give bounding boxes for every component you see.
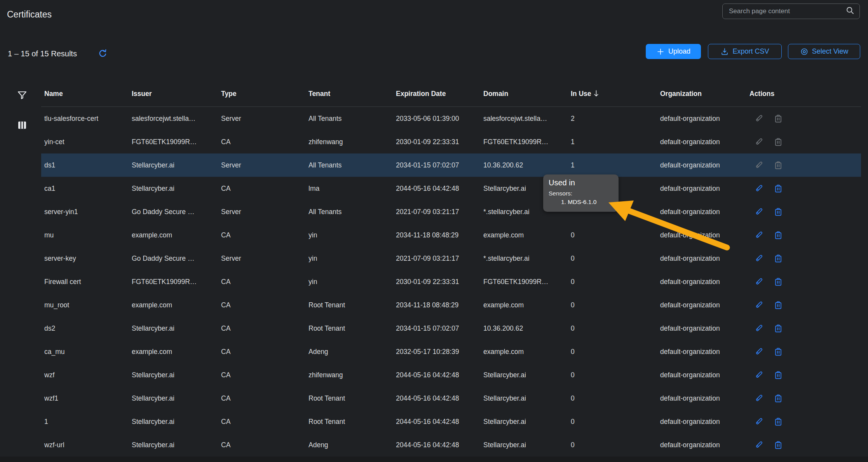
cell-in-use: 0 [571, 293, 575, 317]
table-row[interactable]: tlu-salesforce-cert salesforcejwt.stella… [41, 107, 861, 130]
table-row[interactable]: yin-cet FGT60ETK19099R… CA zhifenwang 20… [41, 130, 861, 153]
cell-issuer: Stellarcyber.ai [132, 410, 174, 433]
cell-name: 1 [44, 410, 48, 433]
table-row[interactable]: server-key Go Daddy Secure … Server yin … [41, 247, 861, 270]
cell-in-use: 0 [571, 387, 575, 410]
cell-tenant: zhifenwang [309, 130, 343, 153]
cell-issuer: Go Daddy Secure … [132, 200, 194, 223]
cell-in-use: 0 [571, 340, 575, 363]
select-view-button-label: Select View [812, 47, 849, 56]
delete-icon[interactable] [773, 440, 783, 450]
delete-icon[interactable] [773, 253, 783, 263]
cell-organization: default-organization [660, 223, 720, 247]
table-row[interactable]: wzf Stellarcyber.ai CA zhifenwang 2044-0… [41, 363, 861, 387]
export-csv-button-label: Export CSV [732, 47, 769, 56]
table-row[interactable]: ds1 Stellarcyber.ai Server All Tenants 2… [41, 153, 861, 177]
table-row[interactable]: mu example.com CA yin 2034-11-18 08:48:2… [41, 223, 861, 247]
table-row[interactable]: ds2 Stellarcyber.ai CA Root Tenant 2034-… [41, 317, 861, 340]
table-row[interactable]: wzf-url Stellarcyber.ai CA Adeng 2044-05… [41, 433, 861, 457]
column-header-type[interactable]: Type [221, 90, 237, 98]
edit-icon[interactable] [754, 277, 764, 287]
edit-icon[interactable] [754, 160, 764, 170]
edit-icon[interactable] [754, 323, 764, 333]
cell-domain: Stellarcyber.ai [483, 177, 526, 200]
edit-icon[interactable] [754, 230, 764, 240]
delete-icon[interactable] [773, 417, 783, 427]
delete-icon[interactable] [773, 323, 783, 333]
edit-icon[interactable] [754, 393, 764, 403]
cell-issuer: FGT60ETK19099R… [132, 270, 197, 293]
delete-icon[interactable] [773, 230, 783, 240]
delete-icon[interactable] [773, 300, 783, 310]
column-header-tenant[interactable]: Tenant [309, 90, 330, 98]
cell-tenant: yin [309, 247, 317, 270]
cell-name: mu [44, 223, 54, 247]
delete-icon[interactable] [773, 137, 783, 147]
cell-domain: salesforcejwt.stella… [483, 107, 547, 130]
table-row[interactable]: wzf1 Stellarcyber.ai CA Root Tenant 2044… [41, 387, 861, 410]
column-header-expiration-date[interactable]: Expiration Date [396, 90, 446, 98]
edit-icon[interactable] [754, 137, 764, 147]
cell-expiration-date: 2044-05-16 04:42:48 [396, 410, 459, 433]
edit-icon[interactable] [754, 183, 764, 194]
search-icon[interactable] [845, 6, 855, 17]
refresh-button[interactable] [97, 48, 108, 59]
cell-tenant: All Tenants [309, 107, 342, 130]
delete-icon[interactable] [773, 370, 783, 380]
edit-icon[interactable] [754, 207, 764, 217]
cell-issuer: Stellarcyber.ai [132, 387, 174, 410]
delete-icon[interactable] [773, 393, 783, 403]
delete-icon[interactable] [773, 113, 783, 124]
column-header-domain[interactable]: Domain [483, 90, 508, 98]
select-view-button[interactable]: Select View [788, 44, 860, 59]
column-header-issuer[interactable]: Issuer [132, 90, 152, 98]
cell-name: ca1 [44, 177, 55, 200]
edit-icon[interactable] [754, 253, 764, 263]
cell-type: CA [221, 317, 230, 340]
edit-icon[interactable] [754, 440, 764, 450]
cell-domain: FGT60ETK19099R… [483, 270, 548, 293]
table-row[interactable]: ca_mu example.com CA Adeng 2032-05-17 10… [41, 340, 861, 363]
column-header-organization[interactable]: Organization [660, 90, 702, 98]
filter-button[interactable] [16, 89, 28, 101]
column-header-in-use[interactable]: In Use [571, 90, 599, 98]
table-row[interactable]: 1 Stellarcyber.ai CA Root Tenant 2044-05… [41, 410, 861, 433]
delete-icon[interactable] [773, 207, 783, 217]
table-row[interactable]: server-yin1 Go Daddy Secure … Server All… [41, 200, 861, 223]
download-icon [720, 47, 729, 56]
sort-desc-icon [593, 90, 599, 97]
edit-icon[interactable] [754, 300, 764, 310]
edit-icon[interactable] [754, 347, 764, 357]
cell-tenant: All Tenants [309, 153, 342, 177]
table-row[interactable]: Firewall cert FGT60ETK19099R… CA yin 203… [41, 270, 861, 293]
column-header-name[interactable]: Name [44, 90, 63, 98]
cell-organization: default-organization [660, 410, 720, 433]
cell-tenant: yin [309, 223, 317, 247]
search-input[interactable] [723, 7, 845, 15]
cell-name: yin-cet [44, 130, 64, 153]
search-box[interactable] [722, 3, 860, 19]
edit-icon[interactable] [754, 417, 764, 427]
table-row[interactable]: ca1 Stellarcyber.ai CA lma 2044-05-16 04… [41, 177, 861, 200]
cell-tenant: Root Tenant [309, 293, 345, 317]
cell-tenant: Adeng [309, 340, 328, 363]
edit-icon[interactable] [754, 370, 764, 380]
results-count: 1 – 15 of 15 Results [8, 49, 77, 58]
used-in-tooltip: Used in Sensors: 1. MDS-6.1.0 [543, 174, 619, 212]
delete-icon[interactable] [773, 183, 783, 194]
delete-icon[interactable] [773, 277, 783, 287]
cell-name: tlu-salesforce-cert [44, 107, 98, 130]
cell-type: CA [221, 387, 230, 410]
delete-icon[interactable] [773, 160, 783, 170]
cell-domain: Stellarcyber.ai [483, 363, 526, 387]
export-csv-button[interactable]: Export CSV [708, 44, 782, 59]
cell-expiration-date: 2030-01-09 22:33:31 [396, 270, 459, 293]
delete-icon[interactable] [773, 347, 783, 357]
upload-button[interactable]: Upload [646, 44, 701, 59]
columns-button[interactable] [16, 119, 28, 131]
edit-icon[interactable] [754, 113, 764, 124]
cell-type: Server [221, 153, 241, 177]
cell-issuer: FGT60ETK19099R… [132, 130, 197, 153]
cell-organization: default-organization [660, 153, 720, 177]
table-row[interactable]: mu_root example.com CA Root Tenant 2034-… [41, 293, 861, 317]
